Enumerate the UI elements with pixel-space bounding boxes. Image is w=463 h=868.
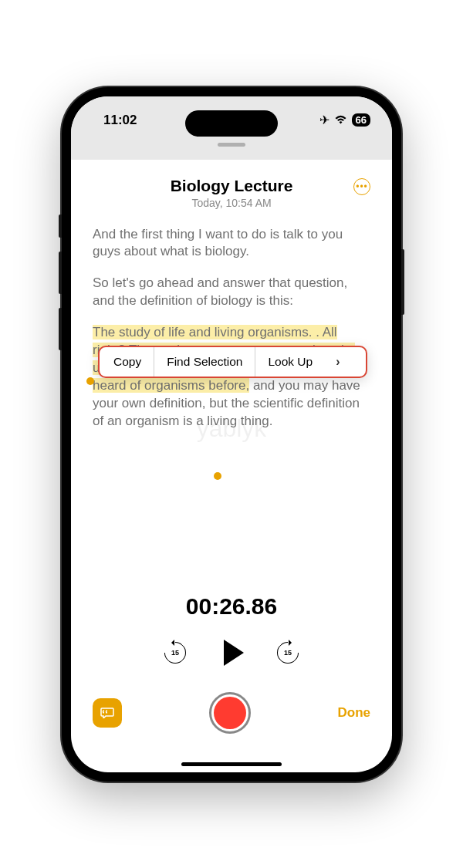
note-title: Biology Lecture [93, 177, 370, 195]
volume-down [59, 308, 62, 350]
context-menu: Copy Find Selection Look Up › [98, 346, 367, 378]
copy-action[interactable]: Copy [100, 347, 154, 377]
wifi-icon [334, 115, 347, 125]
find-selection-action[interactable]: Find Selection [154, 347, 255, 377]
play-button[interactable] [224, 640, 244, 666]
status-time: 11:02 [103, 113, 137, 128]
dynamic-island [185, 110, 278, 137]
transcript-text[interactable]: And the first thing I want to do is talk… [93, 226, 370, 431]
silence-switch [59, 214, 62, 238]
playback-time: 00:26.86 [71, 593, 392, 620]
transcript-toggle-button[interactable] [93, 698, 122, 728]
look-up-action[interactable]: Look Up [255, 347, 325, 377]
audio-player: 00:26.86 15 15 [71, 593, 392, 734]
record-indicator-icon [214, 697, 246, 729]
airplane-mode-icon: ✈ [319, 113, 330, 127]
done-button[interactable]: Done [338, 705, 371, 721]
selection-handle-start[interactable] [86, 377, 94, 385]
phone-frame: 11:02 ✈ 66 Biology Lecture Today, 10:54 … [62, 87, 401, 782]
note-subtitle: Today, 10:54 AM [93, 197, 370, 209]
paragraph-1: And the first thing I want to do is talk… [93, 226, 370, 262]
home-indicator[interactable] [181, 762, 282, 766]
paragraph-2: So let's go ahead and answer that questi… [93, 275, 370, 310]
power-button [401, 249, 404, 315]
battery-indicator: 66 [352, 113, 370, 127]
more-options-button[interactable]: ••• [353, 178, 370, 195]
skip-back-15-button[interactable]: 15 [164, 641, 187, 664]
selection-handle-end[interactable] [214, 472, 221, 480]
screen: 11:02 ✈ 66 Biology Lecture Today, 10:54 … [71, 96, 392, 772]
volume-up [59, 252, 62, 294]
more-actions-chevron[interactable]: › [325, 355, 350, 369]
skip-forward-15-button[interactable]: 15 [276, 641, 299, 664]
record-button[interactable] [209, 692, 251, 734]
sheet-header [71, 138, 392, 160]
drag-handle[interactable] [218, 143, 245, 147]
